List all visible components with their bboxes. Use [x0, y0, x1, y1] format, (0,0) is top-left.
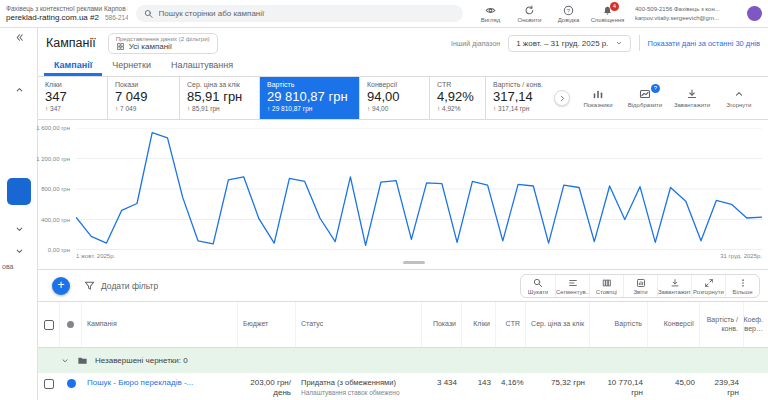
table-search-button[interactable]: Шукати	[521, 275, 555, 297]
scorecard-delta: ↑ 317,14 грн	[493, 105, 543, 112]
header-status[interactable]: Статус	[296, 302, 422, 347]
more-vert-icon	[738, 278, 748, 288]
download-table-button[interactable]: Завантажит...	[657, 275, 691, 297]
data-view-selector[interactable]: Представлення даних (2 фільтри) Усі камп…	[108, 33, 218, 54]
help-button[interactable]: ? Довідка	[549, 5, 588, 23]
scorecard-delta: ↑ 94,00	[367, 105, 422, 112]
table-toolbar: + Додати фільтр Шукати Сегментув... Стов…	[38, 270, 768, 302]
show-last-30-days-link[interactable]: Показати дані за останні 30 днів	[648, 39, 760, 48]
tab-campaigns[interactable]: Кампанії	[44, 58, 102, 76]
new-campaign-button[interactable]: +	[52, 277, 70, 295]
header-cost[interactable]: Вартість	[590, 302, 648, 347]
columns-icon	[602, 278, 612, 288]
nav-chevron-up[interactable]	[0, 84, 38, 95]
collapse-sidebar-button[interactable]	[0, 32, 38, 43]
search-bar[interactable]	[136, 5, 463, 22]
header-impressions[interactable]: Покази	[422, 302, 462, 347]
performance-chart: 0,00 грн400,00 грн800,00 грн1 200,00 грн…	[38, 120, 768, 270]
scorecard-avg-cpc[interactable]: Сер. ціна за клік 85,91 грн ↑ 85,91 грн	[180, 77, 260, 119]
header-conversions[interactable]: Конверсії	[648, 302, 700, 347]
notifications-button[interactable]: 4 Сповіщення	[588, 5, 627, 23]
chart-canvas	[76, 128, 762, 250]
campaign-cost-per-conv: 239,34 грн	[700, 378, 744, 399]
reports-button[interactable]: Звіти	[623, 275, 657, 297]
table-row[interactable]: Пошук - Бюро перекладів -... 203,00 грн/…	[38, 374, 768, 400]
refresh-button[interactable]: Оновити	[510, 5, 549, 23]
report-chart-icon	[636, 278, 646, 288]
more-button[interactable]: Більше	[725, 275, 759, 297]
campaign-status-cell: Придатна (з обмеженнями) Налаштування ст…	[296, 378, 422, 397]
scorecard-value: 7 049	[115, 89, 172, 104]
user-info: 400-509-2156 Фахівець з кон... karpov.vi…	[635, 5, 739, 21]
tool-label: Більше	[732, 289, 752, 295]
select-all-checkbox[interactable]	[44, 320, 54, 330]
header-checkbox-cell	[38, 302, 60, 347]
chevron-up-icon	[14, 84, 25, 95]
scorecard-conversions[interactable]: Конверсії 94,00 ↑ 94,00	[360, 77, 430, 119]
appearance-button[interactable]: Вигляд	[471, 5, 510, 23]
tab-settings[interactable]: Налаштування	[161, 58, 243, 76]
scorecard-ctr[interactable]: CTR 4,92% ↑ 4,92%	[430, 77, 486, 119]
header-clicks[interactable]: Кліки	[462, 302, 496, 347]
header-avg-cpc[interactable]: Сер. ціна за клік	[526, 302, 590, 347]
y-axis-tick-label: 1 200,00 грн	[36, 156, 70, 162]
scorecard-label: Вартість / конв.	[493, 81, 543, 88]
svg-text:?: ?	[567, 7, 571, 13]
campaign-clicks: 143	[462, 378, 496, 388]
date-range-picker[interactable]: 1 жовт. – 31 груд. 2025 р.	[508, 35, 630, 52]
nav-partial-label: ова	[2, 263, 13, 270]
header-cost-per-conv[interactable]: Вартість / конв.	[700, 302, 744, 347]
header-budget[interactable]: Бюджет	[238, 302, 296, 347]
tool-label: Розгорнути	[693, 289, 724, 295]
row-checkbox-cell	[38, 378, 60, 389]
segment-button[interactable]: Сегментув...	[555, 275, 589, 297]
campaign-status: Придатна (з обмеженнями)	[301, 378, 417, 388]
metrics-button[interactable]: Показники	[577, 88, 619, 108]
search-input[interactable]	[159, 9, 455, 18]
tool-label: Звіти	[633, 289, 647, 295]
scorecards-scroll-right-button[interactable]	[554, 90, 570, 106]
campaign-avg-cpc: 75,32 грн	[526, 378, 590, 388]
chevron-right-icon	[558, 94, 567, 103]
nav-selected-item[interactable]	[7, 178, 31, 205]
scorecard-clicks[interactable]: Кліки 347 ↑ 347	[38, 77, 108, 119]
table-header: Кампанія Бюджет Статус Покази Кліки CTR …	[38, 302, 768, 348]
nav-chevron-down-2[interactable]	[0, 246, 38, 257]
user-email: karpov.vitaliy.sergeevich@gm...	[635, 14, 739, 22]
page-header: Кампанії Представлення даних (2 фільтри)…	[38, 28, 768, 58]
header-ctr[interactable]: CTR	[496, 302, 526, 347]
scorecard-impressions[interactable]: Покази 7 049 ↑ 7 049	[108, 77, 180, 119]
chevron-down-icon	[14, 246, 25, 257]
chart-resize-handle[interactable]	[403, 261, 425, 264]
drafts-group-row[interactable]: Незавершені чернетки: 0	[38, 348, 768, 374]
tool-label: Завантажит...	[658, 289, 691, 295]
download-chart-button[interactable]: Завантажити	[671, 88, 713, 108]
header-conv-rate[interactable]: Коеф. конвер…	[744, 302, 768, 347]
account-selector[interactable]: pereklad-rating.com.ua #2 586-214-3848	[6, 13, 128, 22]
row-checkbox[interactable]	[44, 379, 54, 389]
tab-drafts[interactable]: Чернетки	[102, 58, 161, 76]
y-axis-tick-label: 0,00 грн	[48, 247, 70, 253]
table-tools: Шукати Сегментув... Стовпці Звіти Завант…	[520, 274, 760, 298]
add-filter-button[interactable]: Додати фільтр	[84, 280, 158, 291]
collapse-chart-button[interactable]: Згорнути	[718, 88, 760, 108]
scorecard-cost[interactable]: Вартість 29 810,87 грн ↑ 29 810,87 грн	[260, 77, 360, 119]
columns-button[interactable]: Стовпці	[589, 275, 623, 297]
campaign-name-link[interactable]: Пошук - Бюро перекладів -...	[82, 378, 238, 388]
help-badge: ?	[651, 84, 660, 93]
eye-icon	[485, 5, 496, 16]
chevron-up-icon	[733, 88, 745, 100]
scorecard-value: 94,00	[367, 89, 422, 104]
double-chevron-left-icon	[14, 32, 25, 43]
campaign-budget[interactable]: 203,00 грн/день	[238, 378, 296, 399]
folder-icon	[77, 355, 88, 366]
expand-button[interactable]: Розгорнути	[691, 275, 725, 297]
display-button[interactable]: ? Відобразити	[624, 88, 666, 108]
action-label: Оновити	[518, 17, 542, 23]
scorecard-cost-per-conv[interactable]: Вартість / конв. 317,14 ↑ 317,14 грн	[486, 77, 550, 119]
chevron-down-icon[interactable]	[60, 356, 70, 366]
window-title: Фахівець з контекстної реклами Карпов Ві…	[6, 5, 128, 12]
header-campaign[interactable]: Кампанія	[82, 302, 238, 347]
nav-chevron-down-1[interactable]	[0, 224, 38, 235]
avatar[interactable]	[747, 6, 762, 21]
